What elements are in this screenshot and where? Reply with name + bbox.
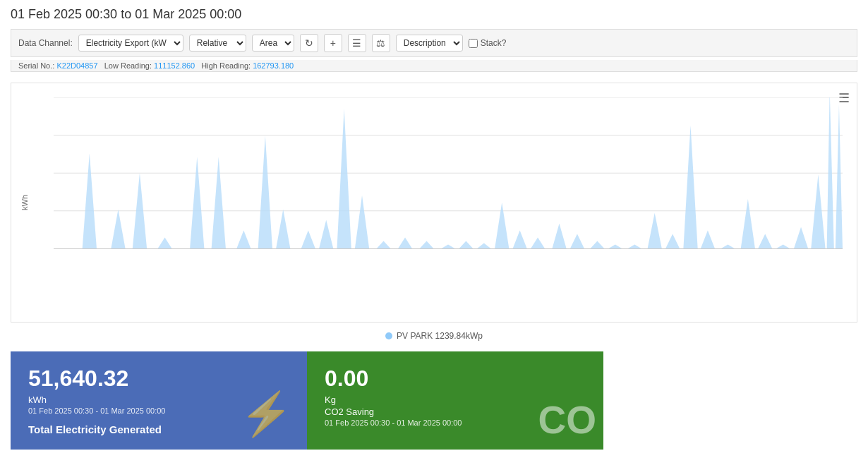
date-range: 01 Feb 2025 00:30 to 01 Mar 2025 00:00 xyxy=(11,7,857,22)
add-button[interactable]: + xyxy=(324,34,342,52)
svg-marker-17 xyxy=(376,241,390,248)
stat-card-electricity: 51,640.32 kWh 01 Feb 2025 00:30 - 01 Mar… xyxy=(11,351,307,450)
page-container: 01 Feb 2025 00:30 to 01 Mar 2025 00:00 D… xyxy=(0,0,868,457)
chart-type-select[interactable]: Area Line Bar xyxy=(252,35,294,52)
co2-icon: CO xyxy=(538,397,597,442)
chart-container: ☰ kWh 0 100 200 300 400 xyxy=(11,83,857,323)
stack-container: Stack? xyxy=(469,38,507,48)
data-channel-label: Data Channel: xyxy=(18,38,73,48)
y-axis-label: kWh xyxy=(20,195,29,210)
svg-marker-10 xyxy=(83,153,147,248)
legend-label: PV PARK 1239.84kWp xyxy=(397,331,483,341)
stack-checkbox[interactable] xyxy=(469,39,478,48)
mode-select[interactable]: Relative Absolute xyxy=(189,35,246,52)
refresh-button[interactable]: ↻ xyxy=(300,34,318,52)
svg-marker-27 xyxy=(683,126,715,249)
svg-marker-22 xyxy=(531,238,545,249)
svg-marker-25 xyxy=(627,244,641,248)
balance-button[interactable]: ⚖ xyxy=(372,34,390,52)
svg-marker-23 xyxy=(552,224,584,249)
channel-select[interactable]: Electricity Export (kW xyxy=(78,35,183,52)
chart-svg: 0 100 200 300 400 xyxy=(54,97,843,287)
stack-label-text: Stack? xyxy=(481,38,507,48)
serial-row: Serial No.: K22D04857 Low Reading: 11115… xyxy=(11,60,857,72)
serial-number[interactable]: K22D04857 xyxy=(56,61,97,70)
stats-row: 51,640.32 kWh 01 Feb 2025 00:30 - 01 Mar… xyxy=(11,351,857,450)
low-reading-value[interactable]: 111152.860 xyxy=(154,61,195,70)
high-reading-label: High Reading: xyxy=(201,61,251,70)
svg-marker-20 xyxy=(459,241,491,248)
stat-card-co2: 0.00 Kg CO2 Saving 01 Feb 2025 00:30 - 0… xyxy=(307,351,603,450)
high-reading-value[interactable]: 162793.180 xyxy=(253,61,294,70)
serial-label: Serial No.: xyxy=(18,61,54,70)
svg-marker-18 xyxy=(398,238,434,249)
low-reading-label: Low Reading: xyxy=(104,61,152,70)
svg-marker-11 xyxy=(157,238,171,249)
svg-marker-21 xyxy=(495,203,527,249)
bolt-icon: ⚡ xyxy=(240,389,293,439)
svg-marker-24 xyxy=(590,241,622,248)
legend-dot xyxy=(385,332,392,339)
chart-legend: PV PARK 1239.84kWp xyxy=(11,331,857,341)
svg-marker-30 xyxy=(776,244,790,248)
svg-marker-31 xyxy=(794,174,826,248)
svg-marker-14 xyxy=(258,136,291,249)
svg-marker-28 xyxy=(721,244,735,248)
list-button[interactable]: ☰ xyxy=(348,34,366,52)
svg-marker-26 xyxy=(648,213,680,249)
svg-marker-16 xyxy=(337,109,369,249)
electricity-value: 51,640.32 xyxy=(28,366,289,392)
toolbar: Data Channel: Electricity Export (kW Rel… xyxy=(11,29,857,57)
svg-marker-29 xyxy=(741,199,773,248)
svg-marker-13 xyxy=(236,231,251,249)
svg-marker-19 xyxy=(441,244,455,248)
co2-value: 0.00 xyxy=(325,366,586,392)
svg-marker-12 xyxy=(190,157,226,248)
chart-area: 0 100 200 300 400 xyxy=(54,97,843,287)
description-select[interactable]: Description xyxy=(396,35,463,52)
svg-marker-15 xyxy=(301,220,334,249)
